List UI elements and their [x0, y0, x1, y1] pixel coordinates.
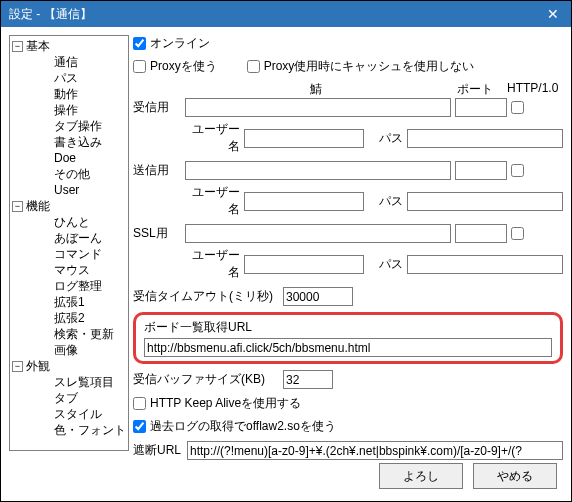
keepalive-label: HTTP Keep Aliveを使用する: [150, 395, 301, 412]
titlebar: 設定 - 【通信】 ✕: [1, 1, 571, 27]
tree-item[interactable]: 拡張1: [24, 294, 128, 310]
send-label: 送信用: [133, 162, 185, 179]
tree-item[interactable]: その他: [24, 166, 128, 182]
user-label: ユーザー名: [183, 184, 241, 218]
send-user-input[interactable]: [244, 192, 364, 211]
keepalive-checkbox[interactable]: [133, 397, 146, 410]
recv-http10-checkbox[interactable]: [511, 101, 524, 114]
dialog-buttons: よろし やめる: [1, 455, 571, 501]
send-http10-checkbox[interactable]: [511, 164, 524, 177]
boardurl-input[interactable]: [144, 338, 552, 357]
tree-node-appearance[interactable]: − 外観: [10, 358, 128, 374]
proxy-use-checkbox[interactable]: [133, 60, 146, 73]
col-port-label: ポート: [447, 81, 503, 98]
recv-server-input[interactable]: [185, 98, 451, 117]
blockurl-label: 遮断URL: [133, 442, 187, 459]
offlaw-checkbox[interactable]: [133, 420, 146, 433]
tree-label: 基本: [26, 38, 50, 55]
timeout-label: 受信タイムアウト(ミリ秒): [133, 288, 283, 305]
tree-label: 外観: [26, 358, 50, 375]
tree-node-feature[interactable]: − 機能: [10, 198, 128, 214]
tree-item[interactable]: 検索・更新: [24, 326, 128, 342]
ssl-http10-checkbox[interactable]: [511, 227, 524, 240]
proxy-nocache-checkbox[interactable]: [247, 60, 260, 73]
cancel-button[interactable]: やめる: [473, 463, 557, 489]
tree-item[interactable]: パス: [24, 70, 128, 86]
tree-item[interactable]: 拡張2: [24, 310, 128, 326]
tree-item[interactable]: スタイル: [24, 406, 128, 422]
user-label: ユーザー名: [183, 247, 241, 281]
tree-item[interactable]: 画像: [24, 342, 128, 358]
category-tree[interactable]: − 基本 通信 パス 動作 操作 タブ操作 書き込み Doe その他 User: [9, 35, 129, 451]
send-pass-input[interactable]: [407, 192, 563, 211]
collapse-icon[interactable]: −: [12, 41, 23, 52]
pass-label: パス: [368, 193, 403, 210]
proxy-use-label: Proxyを使う: [150, 58, 217, 75]
tree-item[interactable]: タブ: [24, 390, 128, 406]
timeout-input[interactable]: [283, 287, 353, 306]
proxy-nocache-label: Proxy使用時にキャッシュを使用しない: [264, 58, 475, 75]
collapse-icon[interactable]: −: [12, 201, 23, 212]
buffer-label: 受信バッファサイズ(KB): [133, 371, 283, 388]
tree-item[interactable]: 通信: [24, 54, 128, 70]
col-server-label: 鯖: [185, 81, 447, 98]
close-icon[interactable]: ✕: [543, 4, 563, 24]
recv-pass-input[interactable]: [407, 129, 563, 148]
online-label: オンライン: [150, 35, 210, 52]
tree-item[interactable]: User: [24, 182, 128, 198]
tree-item[interactable]: Doe: [24, 150, 128, 166]
pass-label: パス: [368, 256, 403, 273]
tree-node-basic[interactable]: − 基本: [10, 38, 128, 54]
boardurl-label: ボード一覧取得URL: [144, 320, 252, 334]
tree-item[interactable]: 動作: [24, 86, 128, 102]
tree-item[interactable]: マウス: [24, 262, 128, 278]
window-title: 設定 - 【通信】: [9, 6, 92, 23]
buffer-input[interactable]: [283, 370, 333, 389]
tree-item[interactable]: スレ覧項目: [24, 374, 128, 390]
ssl-label: SSL用: [133, 225, 185, 242]
recv-user-input[interactable]: [244, 129, 364, 148]
blockurl-input[interactable]: [187, 441, 563, 460]
recv-label: 受信用: [133, 99, 185, 116]
pass-label: パス: [368, 130, 403, 147]
tree-item[interactable]: タブ操作: [24, 118, 128, 134]
offlaw-label: 過去ログの取得でofflaw2.soを使う: [150, 418, 336, 435]
recv-port-input[interactable]: [455, 98, 507, 117]
send-port-input[interactable]: [455, 161, 507, 180]
tree-item[interactable]: 操作: [24, 102, 128, 118]
col-http-label: HTTP/1.0: [503, 81, 563, 98]
tree-item[interactable]: ログ整理: [24, 278, 128, 294]
settings-window: 設定 - 【通信】 ✕ − 基本 通信 パス 動作 操作 タブ操作: [0, 0, 572, 502]
tree-item[interactable]: コマンド: [24, 246, 128, 262]
boardurl-highlight: ボード一覧取得URL: [133, 312, 563, 364]
ssl-port-input[interactable]: [455, 224, 507, 243]
user-label: ユーザー名: [183, 121, 241, 155]
ssl-user-input[interactable]: [244, 255, 364, 274]
ssl-server-input[interactable]: [185, 224, 451, 243]
online-checkbox[interactable]: [133, 37, 146, 50]
ok-button[interactable]: よろし: [379, 463, 463, 489]
collapse-icon[interactable]: −: [12, 361, 23, 372]
send-server-input[interactable]: [185, 161, 451, 180]
tree-label: 機能: [26, 198, 50, 215]
tree-item[interactable]: 書き込み: [24, 134, 128, 150]
ssl-pass-input[interactable]: [407, 255, 563, 274]
tree-item[interactable]: ひんと: [24, 214, 128, 230]
tree-item[interactable]: 色・フォント: [24, 422, 128, 438]
tree-item[interactable]: あぼーん: [24, 230, 128, 246]
settings-panel: オンライン Proxyを使う Proxy使用時にキャッシュを使用しない 鯖 ポー…: [133, 35, 563, 451]
